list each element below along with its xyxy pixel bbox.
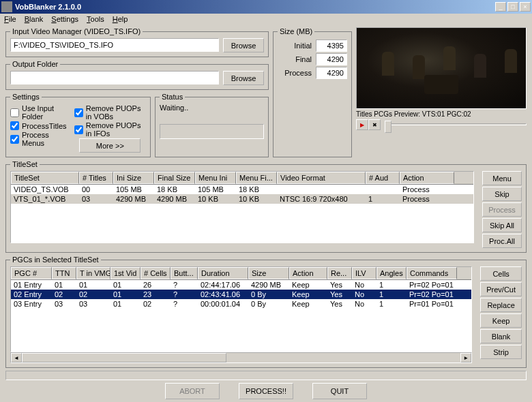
- process-button[interactable]: PROCESS!!: [239, 383, 293, 399]
- menu-file[interactable]: File: [4, 15, 16, 23]
- scroll-right-icon[interactable]: ►: [460, 353, 471, 362]
- column-header[interactable]: # Cells: [141, 267, 171, 279]
- remove-puops-vobs-checkbox[interactable]: Remove PUOPs in VOBs: [74, 104, 146, 121]
- column-header[interactable]: TitleSet: [11, 172, 79, 184]
- menu-help[interactable]: Help: [113, 15, 128, 23]
- menu-tools[interactable]: Tools: [87, 15, 104, 23]
- column-header[interactable]: Action: [400, 172, 454, 184]
- column-header[interactable]: Menu Fi...: [236, 172, 277, 184]
- output-browse-button[interactable]: Browse: [223, 71, 264, 85]
- blank-button[interactable]: Blank: [480, 329, 522, 343]
- size-initial-value: 4395: [316, 40, 347, 52]
- output-group: Output Folder Browse: [5, 60, 269, 90]
- strip-button[interactable]: Strip: [480, 345, 522, 359]
- menu-bar: File Blank Settings Tools Help: [0, 14, 532, 25]
- size-final-value: 4290: [316, 53, 347, 65]
- menu-settings[interactable]: Settings: [51, 15, 78, 23]
- pgc-table[interactable]: PGC #TTNT in VMG1st Vid# CellsButt...Dur…: [10, 266, 472, 352]
- column-header[interactable]: T in VMG: [76, 267, 110, 279]
- size-process-value: 4290: [316, 67, 347, 79]
- table-row[interactable]: 03 Entry03030102?00:00:01.040 ByKeepYesN…: [11, 299, 471, 309]
- process-titles-checkbox[interactable]: ProcessTitles: [10, 121, 70, 130]
- app-icon: [1, 1, 12, 12]
- preview-play-button[interactable]: ▶: [356, 119, 368, 130]
- input-browse-button[interactable]: Browse: [223, 38, 264, 52]
- remove-puops-ifos-checkbox[interactable]: Remove PUOPs in IFOs: [74, 121, 146, 138]
- keep-button[interactable]: Keep: [480, 313, 522, 328]
- table-row[interactable]: 01 Entry01010126?02:44:17.064290 MBKeepY…: [11, 280, 471, 290]
- column-header[interactable]: # Titles: [79, 172, 113, 184]
- skip-button[interactable]: Skip: [482, 187, 522, 201]
- table-row[interactable]: VTS_01_*.VOB034290 MB4290 MB10 KB10 KBNT…: [11, 194, 473, 204]
- preview-label: Titles PCGs Preview: VTS:01 PGC:02: [356, 110, 527, 118]
- column-header[interactable]: Video Format: [277, 172, 366, 184]
- preview-panel: Titles PCGs Preview: VTS:01 PGC:02 ▶ ✖: [356, 27, 527, 160]
- pgc-hscroll[interactable]: ◄ ►: [10, 352, 472, 363]
- size-final-label: Final: [278, 55, 312, 63]
- size-legend: Size (MB): [278, 27, 314, 35]
- use-input-folder-checkbox[interactable]: Use Input Folder: [10, 104, 70, 121]
- scroll-left-icon[interactable]: ◄: [11, 353, 22, 362]
- prevcut-button[interactable]: Prev/Cut: [480, 282, 522, 296]
- status-display: [160, 124, 264, 139]
- settings-group: Settings Use Input Folder ProcessTitles …: [5, 93, 151, 157]
- titleset-table[interactable]: TitleSet# TitlesIni SizeFinal SizeMenu I…: [10, 171, 474, 243]
- status-group: Status Waiting..: [155, 93, 269, 157]
- more-button[interactable]: More >>: [79, 138, 141, 153]
- maximize-button[interactable]: □: [507, 2, 518, 12]
- pgc-group: PGCs in Selected TitleSet PGC #TTNT in V…: [5, 256, 527, 368]
- column-header[interactable]: TTN: [52, 267, 76, 279]
- quit-button[interactable]: QUIT: [312, 383, 367, 399]
- column-header[interactable]: Menu Ini: [195, 172, 236, 184]
- column-header[interactable]: Commands: [407, 267, 457, 279]
- size-process-label: Process: [278, 69, 312, 77]
- status-legend: Status: [160, 93, 185, 101]
- titleset-group: TitleSet TitleSet# TitlesIni SizeFinal S…: [5, 160, 527, 253]
- abort-button[interactable]: ABORT: [165, 383, 220, 399]
- cells-button[interactable]: Cells: [480, 266, 522, 281]
- replace-button[interactable]: Replace: [480, 298, 522, 312]
- output-path-field[interactable]: [10, 71, 219, 84]
- pgc-legend: PGCs in Selected TitleSet: [10, 256, 101, 264]
- input-legend: Input Video Manager (VIDEO_TS.IFO): [10, 27, 143, 35]
- input-group: Input Video Manager (VIDEO_TS.IFO) Brows…: [5, 27, 269, 57]
- preview-stop-button[interactable]: ✖: [368, 119, 381, 130]
- preview-slider[interactable]: [385, 119, 527, 130]
- skipall-button[interactable]: Skip All: [482, 218, 522, 232]
- procall-button[interactable]: Proc.All: [482, 234, 522, 248]
- preview-viewport: [356, 27, 527, 109]
- size-initial-label: Initial: [278, 42, 312, 50]
- table-row[interactable]: 02 Entry02020123?02:43:41.060 ByKeepYesN…: [11, 290, 471, 299]
- settings-legend: Settings: [10, 93, 42, 101]
- table-row[interactable]: VIDEO_TS.VOB00105 MB18 KB105 MB18 KBProc…: [11, 185, 473, 194]
- title-bar: VobBlanker 2.1.0.0 _ □ ×: [0, 0, 532, 14]
- column-header[interactable]: Ini Size: [113, 172, 154, 184]
- input-path-field[interactable]: [10, 38, 219, 52]
- titleset-legend: TitleSet: [10, 160, 40, 168]
- column-header[interactable]: ILV: [352, 267, 376, 279]
- column-header[interactable]: Final Size: [154, 172, 195, 184]
- column-header[interactable]: Duration: [198, 267, 248, 279]
- menu-blank[interactable]: Blank: [25, 15, 44, 23]
- column-header[interactable]: Angles: [376, 267, 407, 279]
- column-header[interactable]: Size: [248, 267, 289, 279]
- column-header[interactable]: Butt...: [171, 267, 198, 279]
- minimize-button[interactable]: _: [495, 2, 506, 12]
- column-header[interactable]: # Aud: [366, 172, 400, 184]
- column-header[interactable]: Re...: [327, 267, 352, 279]
- process-button[interactable]: Process: [482, 202, 522, 217]
- size-group: Size (MB) Initial4395 Final4290 Process4…: [273, 27, 352, 157]
- menu-button[interactable]: Menu: [482, 171, 522, 185]
- close-button[interactable]: ×: [520, 2, 531, 12]
- window-title: VobBlanker 2.1.0.0: [15, 3, 494, 11]
- status-text: Waiting..: [160, 104, 264, 112]
- column-header[interactable]: Action: [289, 267, 327, 279]
- column-header[interactable]: 1st Vid: [110, 267, 141, 279]
- output-legend: Output Folder: [10, 60, 60, 68]
- process-menus-checkbox[interactable]: Process Menus: [10, 131, 70, 147]
- progress-bar: [5, 371, 527, 380]
- column-header[interactable]: PGC #: [11, 267, 52, 279]
